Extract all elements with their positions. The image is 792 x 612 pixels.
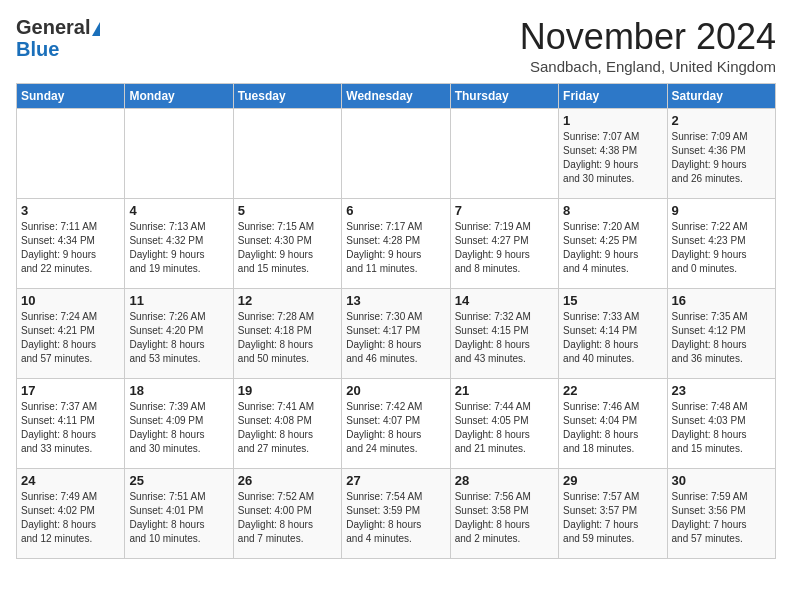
day-number: 27	[346, 473, 445, 488]
day-info: Sunrise: 7:22 AM Sunset: 4:23 PM Dayligh…	[672, 220, 771, 276]
calendar-day-cell: 15Sunrise: 7:33 AM Sunset: 4:14 PM Dayli…	[559, 289, 667, 379]
calendar-header-cell: Saturday	[667, 84, 775, 109]
day-number: 17	[21, 383, 120, 398]
day-number: 15	[563, 293, 662, 308]
day-info: Sunrise: 7:44 AM Sunset: 4:05 PM Dayligh…	[455, 400, 554, 456]
day-number: 24	[21, 473, 120, 488]
day-info: Sunrise: 7:28 AM Sunset: 4:18 PM Dayligh…	[238, 310, 337, 366]
calendar-day-cell: 5Sunrise: 7:15 AM Sunset: 4:30 PM Daylig…	[233, 199, 341, 289]
calendar-day-cell	[450, 109, 558, 199]
calendar-day-cell: 10Sunrise: 7:24 AM Sunset: 4:21 PM Dayli…	[17, 289, 125, 379]
calendar-day-cell: 28Sunrise: 7:56 AM Sunset: 3:58 PM Dayli…	[450, 469, 558, 559]
day-number: 12	[238, 293, 337, 308]
day-number: 20	[346, 383, 445, 398]
day-number: 11	[129, 293, 228, 308]
day-number: 5	[238, 203, 337, 218]
day-number: 21	[455, 383, 554, 398]
day-info: Sunrise: 7:35 AM Sunset: 4:12 PM Dayligh…	[672, 310, 771, 366]
calendar-day-cell: 7Sunrise: 7:19 AM Sunset: 4:27 PM Daylig…	[450, 199, 558, 289]
calendar-day-cell: 14Sunrise: 7:32 AM Sunset: 4:15 PM Dayli…	[450, 289, 558, 379]
calendar-day-cell: 4Sunrise: 7:13 AM Sunset: 4:32 PM Daylig…	[125, 199, 233, 289]
day-info: Sunrise: 7:09 AM Sunset: 4:36 PM Dayligh…	[672, 130, 771, 186]
calendar-day-cell: 22Sunrise: 7:46 AM Sunset: 4:04 PM Dayli…	[559, 379, 667, 469]
day-number: 26	[238, 473, 337, 488]
day-info: Sunrise: 7:54 AM Sunset: 3:59 PM Dayligh…	[346, 490, 445, 546]
calendar-day-cell: 23Sunrise: 7:48 AM Sunset: 4:03 PM Dayli…	[667, 379, 775, 469]
day-info: Sunrise: 7:37 AM Sunset: 4:11 PM Dayligh…	[21, 400, 120, 456]
calendar-day-cell: 11Sunrise: 7:26 AM Sunset: 4:20 PM Dayli…	[125, 289, 233, 379]
day-number: 2	[672, 113, 771, 128]
calendar-day-cell: 20Sunrise: 7:42 AM Sunset: 4:07 PM Dayli…	[342, 379, 450, 469]
calendar-day-cell: 19Sunrise: 7:41 AM Sunset: 4:08 PM Dayli…	[233, 379, 341, 469]
calendar-week-row: 10Sunrise: 7:24 AM Sunset: 4:21 PM Dayli…	[17, 289, 776, 379]
calendar-header-cell: Tuesday	[233, 84, 341, 109]
page-header: General Blue November 2024 Sandbach, Eng…	[16, 16, 776, 75]
calendar-day-cell: 17Sunrise: 7:37 AM Sunset: 4:11 PM Dayli…	[17, 379, 125, 469]
day-info: Sunrise: 7:59 AM Sunset: 3:56 PM Dayligh…	[672, 490, 771, 546]
day-number: 13	[346, 293, 445, 308]
day-info: Sunrise: 7:49 AM Sunset: 4:02 PM Dayligh…	[21, 490, 120, 546]
month-title: November 2024	[520, 16, 776, 58]
day-info: Sunrise: 7:07 AM Sunset: 4:38 PM Dayligh…	[563, 130, 662, 186]
calendar-day-cell: 16Sunrise: 7:35 AM Sunset: 4:12 PM Dayli…	[667, 289, 775, 379]
day-number: 6	[346, 203, 445, 218]
calendar-day-cell: 9Sunrise: 7:22 AM Sunset: 4:23 PM Daylig…	[667, 199, 775, 289]
logo-general: General	[16, 16, 100, 38]
calendar-day-cell: 3Sunrise: 7:11 AM Sunset: 4:34 PM Daylig…	[17, 199, 125, 289]
day-info: Sunrise: 7:19 AM Sunset: 4:27 PM Dayligh…	[455, 220, 554, 276]
calendar-day-cell	[125, 109, 233, 199]
title-area: November 2024 Sandbach, England, United …	[520, 16, 776, 75]
day-number: 30	[672, 473, 771, 488]
calendar-header-cell: Thursday	[450, 84, 558, 109]
location: Sandbach, England, United Kingdom	[520, 58, 776, 75]
day-info: Sunrise: 7:52 AM Sunset: 4:00 PM Dayligh…	[238, 490, 337, 546]
calendar-day-cell: 29Sunrise: 7:57 AM Sunset: 3:57 PM Dayli…	[559, 469, 667, 559]
calendar-day-cell: 30Sunrise: 7:59 AM Sunset: 3:56 PM Dayli…	[667, 469, 775, 559]
calendar-day-cell	[17, 109, 125, 199]
day-info: Sunrise: 7:17 AM Sunset: 4:28 PM Dayligh…	[346, 220, 445, 276]
logo: General Blue	[16, 16, 100, 60]
day-info: Sunrise: 7:32 AM Sunset: 4:15 PM Dayligh…	[455, 310, 554, 366]
calendar-day-cell: 24Sunrise: 7:49 AM Sunset: 4:02 PM Dayli…	[17, 469, 125, 559]
day-info: Sunrise: 7:24 AM Sunset: 4:21 PM Dayligh…	[21, 310, 120, 366]
calendar-header-cell: Monday	[125, 84, 233, 109]
day-info: Sunrise: 7:33 AM Sunset: 4:14 PM Dayligh…	[563, 310, 662, 366]
day-info: Sunrise: 7:51 AM Sunset: 4:01 PM Dayligh…	[129, 490, 228, 546]
day-info: Sunrise: 7:56 AM Sunset: 3:58 PM Dayligh…	[455, 490, 554, 546]
day-info: Sunrise: 7:11 AM Sunset: 4:34 PM Dayligh…	[21, 220, 120, 276]
day-number: 29	[563, 473, 662, 488]
calendar-week-row: 3Sunrise: 7:11 AM Sunset: 4:34 PM Daylig…	[17, 199, 776, 289]
calendar-header-cell: Sunday	[17, 84, 125, 109]
day-number: 3	[21, 203, 120, 218]
day-info: Sunrise: 7:39 AM Sunset: 4:09 PM Dayligh…	[129, 400, 228, 456]
calendar-day-cell: 27Sunrise: 7:54 AM Sunset: 3:59 PM Dayli…	[342, 469, 450, 559]
calendar-day-cell: 6Sunrise: 7:17 AM Sunset: 4:28 PM Daylig…	[342, 199, 450, 289]
calendar-header-cell: Wednesday	[342, 84, 450, 109]
day-info: Sunrise: 7:57 AM Sunset: 3:57 PM Dayligh…	[563, 490, 662, 546]
calendar-week-row: 1Sunrise: 7:07 AM Sunset: 4:38 PM Daylig…	[17, 109, 776, 199]
calendar-day-cell: 25Sunrise: 7:51 AM Sunset: 4:01 PM Dayli…	[125, 469, 233, 559]
calendar-day-cell	[233, 109, 341, 199]
day-number: 22	[563, 383, 662, 398]
calendar-week-row: 24Sunrise: 7:49 AM Sunset: 4:02 PM Dayli…	[17, 469, 776, 559]
calendar-day-cell: 1Sunrise: 7:07 AM Sunset: 4:38 PM Daylig…	[559, 109, 667, 199]
day-info: Sunrise: 7:20 AM Sunset: 4:25 PM Dayligh…	[563, 220, 662, 276]
day-number: 10	[21, 293, 120, 308]
day-number: 23	[672, 383, 771, 398]
day-info: Sunrise: 7:46 AM Sunset: 4:04 PM Dayligh…	[563, 400, 662, 456]
day-number: 1	[563, 113, 662, 128]
calendar-week-row: 17Sunrise: 7:37 AM Sunset: 4:11 PM Dayli…	[17, 379, 776, 469]
calendar-header-cell: Friday	[559, 84, 667, 109]
day-number: 8	[563, 203, 662, 218]
day-number: 9	[672, 203, 771, 218]
calendar-table: SundayMondayTuesdayWednesdayThursdayFrid…	[16, 83, 776, 559]
calendar-body: 1Sunrise: 7:07 AM Sunset: 4:38 PM Daylig…	[17, 109, 776, 559]
day-number: 28	[455, 473, 554, 488]
day-info: Sunrise: 7:41 AM Sunset: 4:08 PM Dayligh…	[238, 400, 337, 456]
day-info: Sunrise: 7:42 AM Sunset: 4:07 PM Dayligh…	[346, 400, 445, 456]
day-info: Sunrise: 7:48 AM Sunset: 4:03 PM Dayligh…	[672, 400, 771, 456]
day-number: 25	[129, 473, 228, 488]
calendar-day-cell: 18Sunrise: 7:39 AM Sunset: 4:09 PM Dayli…	[125, 379, 233, 469]
day-number: 16	[672, 293, 771, 308]
day-number: 4	[129, 203, 228, 218]
